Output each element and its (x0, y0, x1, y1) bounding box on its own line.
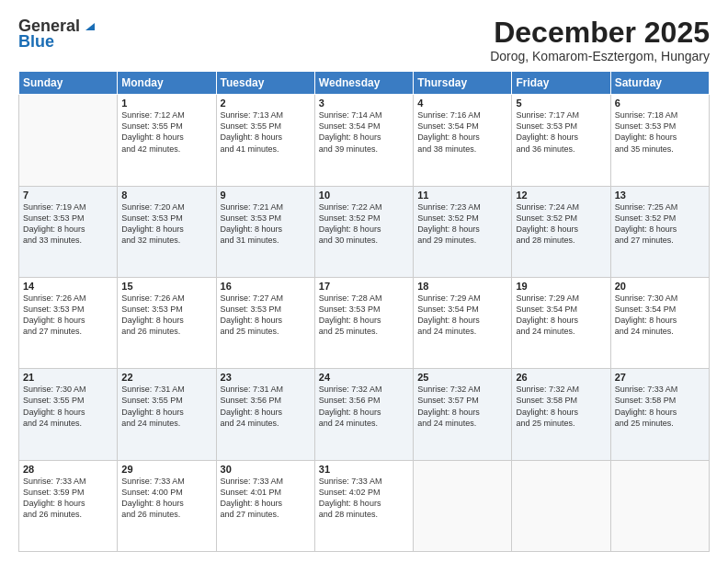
day-cell: 30Sunrise: 7:33 AMSunset: 4:01 PMDayligh… (216, 460, 314, 551)
day-number: 18 (417, 281, 507, 292)
day-cell: 23Sunrise: 7:31 AMSunset: 3:56 PMDayligh… (216, 369, 314, 460)
day-number: 27 (615, 372, 705, 383)
col-header-saturday: Saturday (610, 72, 709, 95)
day-info: Sunrise: 7:13 AMSunset: 3:55 PMDaylight:… (221, 109, 311, 155)
day-number: 10 (319, 190, 409, 201)
day-number: 15 (121, 281, 211, 292)
day-number: 5 (516, 98, 606, 109)
day-cell: 2Sunrise: 7:13 AMSunset: 3:55 PMDaylight… (216, 95, 314, 186)
day-info: Sunrise: 7:28 AMSunset: 3:53 PMDaylight:… (319, 293, 409, 338)
day-number: 30 (221, 464, 311, 475)
day-number: 3 (319, 98, 409, 109)
col-header-monday: Monday (118, 72, 216, 95)
day-number: 29 (121, 464, 211, 475)
day-number: 8 (121, 190, 211, 201)
day-info: Sunrise: 7:33 AMSunset: 4:01 PMDaylight:… (221, 476, 311, 521)
day-number: 12 (516, 190, 606, 201)
day-number: 9 (221, 190, 311, 201)
day-cell: 22Sunrise: 7:31 AMSunset: 3:55 PMDayligh… (118, 369, 216, 460)
day-info: Sunrise: 7:26 AMSunset: 3:53 PMDaylight:… (23, 293, 113, 338)
day-cell: 14Sunrise: 7:26 AMSunset: 3:53 PMDayligh… (19, 277, 118, 368)
day-cell: 3Sunrise: 7:14 AMSunset: 3:54 PMDaylight… (314, 95, 413, 186)
col-header-thursday: Thursday (414, 72, 512, 95)
day-cell: 13Sunrise: 7:25 AMSunset: 3:52 PMDayligh… (610, 186, 709, 277)
day-cell (19, 95, 118, 186)
logo-blue: Blue (18, 32, 54, 52)
day-number: 20 (615, 281, 705, 292)
day-number: 13 (615, 190, 705, 201)
day-number: 28 (23, 464, 113, 475)
day-info: Sunrise: 7:12 AMSunset: 3:55 PMDaylight:… (121, 109, 211, 155)
day-number: 7 (23, 190, 113, 201)
day-cell: 16Sunrise: 7:27 AMSunset: 3:53 PMDayligh… (216, 277, 314, 368)
title-block: December 2025 Dorog, Komarom-Esztergom, … (490, 17, 710, 63)
day-cell: 15Sunrise: 7:26 AMSunset: 3:53 PMDayligh… (118, 277, 216, 368)
logo-icon (82, 17, 97, 32)
day-number: 1 (121, 98, 211, 109)
day-info: Sunrise: 7:20 AMSunset: 3:53 PMDaylight:… (121, 201, 211, 247)
col-header-friday: Friday (512, 72, 610, 95)
day-number: 2 (221, 98, 311, 109)
day-cell: 31Sunrise: 7:33 AMSunset: 4:02 PMDayligh… (314, 460, 413, 551)
col-header-sunday: Sunday (19, 72, 118, 95)
day-cell: 21Sunrise: 7:30 AMSunset: 3:55 PMDayligh… (19, 369, 118, 460)
day-cell: 27Sunrise: 7:33 AMSunset: 3:58 PMDayligh… (610, 369, 709, 460)
week-row-3: 14Sunrise: 7:26 AMSunset: 3:53 PMDayligh… (19, 277, 710, 368)
day-number: 11 (417, 190, 507, 201)
week-row-4: 21Sunrise: 7:30 AMSunset: 3:55 PMDayligh… (19, 369, 710, 460)
day-info: Sunrise: 7:30 AMSunset: 3:54 PMDaylight:… (615, 293, 705, 338)
day-info: Sunrise: 7:33 AMSunset: 4:02 PMDaylight:… (319, 476, 409, 521)
day-cell: 12Sunrise: 7:24 AMSunset: 3:52 PMDayligh… (512, 186, 610, 277)
day-number: 21 (23, 372, 113, 383)
day-info: Sunrise: 7:22 AMSunset: 3:52 PMDaylight:… (319, 201, 409, 247)
day-cell: 28Sunrise: 7:33 AMSunset: 3:59 PMDayligh… (19, 460, 118, 551)
day-number: 25 (417, 372, 507, 383)
day-cell: 9Sunrise: 7:21 AMSunset: 3:53 PMDaylight… (216, 186, 314, 277)
day-cell: 8Sunrise: 7:20 AMSunset: 3:53 PMDaylight… (118, 186, 216, 277)
day-cell (512, 460, 610, 551)
day-cell: 24Sunrise: 7:32 AMSunset: 3:56 PMDayligh… (314, 369, 413, 460)
col-header-wednesday: Wednesday (314, 72, 413, 95)
day-info: Sunrise: 7:32 AMSunset: 3:58 PMDaylight:… (516, 384, 606, 429)
month-title: December 2025 (490, 17, 710, 49)
day-cell: 10Sunrise: 7:22 AMSunset: 3:52 PMDayligh… (314, 186, 413, 277)
day-cell: 25Sunrise: 7:32 AMSunset: 3:57 PMDayligh… (414, 369, 512, 460)
day-cell: 20Sunrise: 7:30 AMSunset: 3:54 PMDayligh… (610, 277, 709, 368)
page: General Blue December 2025 Dorog, Komaro… (0, 0, 728, 563)
day-info: Sunrise: 7:31 AMSunset: 3:56 PMDaylight:… (221, 384, 311, 429)
day-number: 4 (417, 98, 507, 109)
day-number: 17 (319, 281, 409, 292)
day-info: Sunrise: 7:24 AMSunset: 3:52 PMDaylight:… (516, 201, 606, 247)
day-info: Sunrise: 7:29 AMSunset: 3:54 PMDaylight:… (516, 293, 606, 338)
day-cell: 19Sunrise: 7:29 AMSunset: 3:54 PMDayligh… (512, 277, 610, 368)
location-title: Dorog, Komarom-Esztergom, Hungary (490, 49, 710, 63)
week-row-2: 7Sunrise: 7:19 AMSunset: 3:53 PMDaylight… (19, 186, 710, 277)
day-cell (414, 460, 512, 551)
day-cell: 26Sunrise: 7:32 AMSunset: 3:58 PMDayligh… (512, 369, 610, 460)
day-number: 22 (121, 372, 211, 383)
day-info: Sunrise: 7:29 AMSunset: 3:54 PMDaylight:… (417, 293, 507, 338)
day-info: Sunrise: 7:23 AMSunset: 3:52 PMDaylight:… (417, 201, 507, 247)
day-cell: 1Sunrise: 7:12 AMSunset: 3:55 PMDaylight… (118, 95, 216, 186)
svg-marker-0 (85, 23, 95, 30)
day-info: Sunrise: 7:33 AMSunset: 3:59 PMDaylight:… (23, 476, 113, 521)
day-cell (610, 460, 709, 551)
day-cell: 7Sunrise: 7:19 AMSunset: 3:53 PMDaylight… (19, 186, 118, 277)
day-cell: 17Sunrise: 7:28 AMSunset: 3:53 PMDayligh… (314, 277, 413, 368)
day-number: 23 (221, 372, 311, 383)
day-info: Sunrise: 7:14 AMSunset: 3:54 PMDaylight:… (319, 109, 409, 155)
day-cell: 29Sunrise: 7:33 AMSunset: 4:00 PMDayligh… (118, 460, 216, 551)
day-number: 24 (319, 372, 409, 383)
day-info: Sunrise: 7:32 AMSunset: 3:56 PMDaylight:… (319, 384, 409, 429)
day-info: Sunrise: 7:33 AMSunset: 3:58 PMDaylight:… (615, 384, 705, 429)
col-header-tuesday: Tuesday (216, 72, 314, 95)
day-info: Sunrise: 7:25 AMSunset: 3:52 PMDaylight:… (615, 201, 705, 247)
day-number: 16 (221, 281, 311, 292)
day-cell: 5Sunrise: 7:17 AMSunset: 3:53 PMDaylight… (512, 95, 610, 186)
day-info: Sunrise: 7:31 AMSunset: 3:55 PMDaylight:… (121, 384, 211, 429)
day-info: Sunrise: 7:30 AMSunset: 3:55 PMDaylight:… (23, 384, 113, 429)
day-number: 31 (319, 464, 409, 475)
day-info: Sunrise: 7:19 AMSunset: 3:53 PMDaylight:… (23, 201, 113, 247)
day-number: 14 (23, 281, 113, 292)
day-cell: 11Sunrise: 7:23 AMSunset: 3:52 PMDayligh… (414, 186, 512, 277)
